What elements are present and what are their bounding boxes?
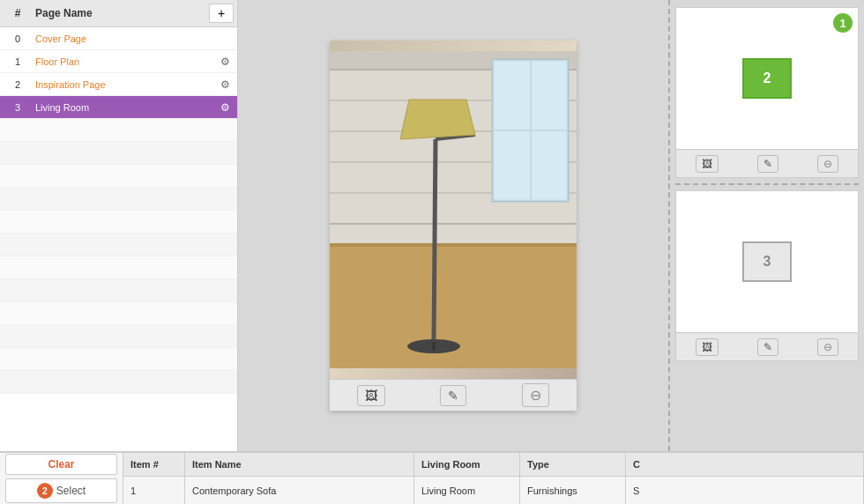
right-panel: 2 1 🖼 ✎ ⊖ 3 [670, 0, 864, 451]
col-type: Type Furnishings [520, 453, 626, 504]
page-row[interactable]: 2 Inspiration Page ⚙ [0, 73, 237, 96]
page-row[interactable]: 0 Cover Page [0, 27, 237, 50]
thumbnail-inner-2: 3 [676, 191, 858, 332]
image-icon: 🖼 [365, 389, 377, 403]
empty-row [0, 211, 237, 233]
col-item-name: Item Name Contemporary Sofa [185, 453, 414, 504]
svg-rect-14 [330, 243, 577, 247]
col-item-name-header: Item Name [185, 453, 413, 477]
page-num: 3 [0, 102, 35, 113]
col-extra-header: C [626, 453, 863, 477]
col-type-value: Furnishings [520, 477, 625, 504]
page-num: 1 [0, 56, 35, 67]
preview-image-button[interactable]: 🖼 [357, 385, 385, 406]
svg-marker-17 [400, 100, 475, 139]
svg-rect-7 [330, 223, 577, 225]
thumb-remove-button-1[interactable]: ⊖ [817, 155, 838, 173]
remove-icon: ⊖ [530, 388, 541, 403]
remove-icon: ⊖ [823, 158, 832, 170]
empty-row [0, 348, 237, 371]
thumb-label-green: 2 [742, 58, 793, 99]
empty-row [0, 371, 237, 394]
thumb-image-button-2[interactable]: 🖼 [696, 338, 719, 356]
add-page-button[interactable]: + [209, 4, 234, 23]
thumb-toolbar-1: 🖼 ✎ ⊖ [676, 149, 858, 177]
lamp-scene-svg [330, 41, 577, 379]
col-item-num-value: 1 [123, 477, 184, 504]
page-num: 2 [0, 79, 35, 90]
thumb-image-button-1[interactable]: 🖼 [696, 155, 719, 173]
empty-row [0, 188, 237, 211]
col-room: Living Room Living Room [414, 453, 520, 504]
page-name: Living Room [35, 102, 212, 113]
page-num: 0 [0, 33, 35, 44]
clear-button[interactable]: Clear [5, 454, 117, 475]
page-preview: 🖼 ✎ ⊖ [330, 41, 577, 411]
image-icon: 🖼 [702, 341, 712, 353]
main-container: # Page Name + 0 Cover Page 1 Floor Plan … [0, 0, 864, 504]
page-row-selected[interactable]: 3 Living Room ⚙ [0, 96, 237, 119]
edit-icon: ✎ [763, 341, 772, 353]
svg-rect-12 [493, 60, 568, 201]
bottom-cols: Item # 1 Item Name Contemporary Sofa Liv… [123, 453, 864, 504]
col-item-num-header: Item # [123, 453, 184, 477]
empty-row [0, 165, 237, 188]
empty-row [0, 279, 237, 302]
empty-row [0, 325, 237, 348]
svg-line-16 [434, 139, 436, 342]
col-room-header: Living Room [414, 453, 519, 477]
col-extra: C S [626, 453, 864, 504]
table-header: # Page Name + [0, 0, 237, 27]
col-name-header: Page Name [35, 7, 209, 19]
thumb-edit-button-2[interactable]: ✎ [757, 338, 778, 356]
empty-row [0, 119, 237, 142]
empty-row [0, 302, 237, 325]
page-name: Cover Page [35, 33, 237, 44]
gear-icon[interactable]: ⚙ [212, 101, 237, 114]
page-list: 0 Cover Page 1 Floor Plan ⚙ 2 Inspiratio… [0, 27, 237, 451]
gear-icon[interactable]: ⚙ [212, 78, 237, 91]
select-button[interactable]: 2Select [5, 478, 117, 503]
empty-row [0, 142, 237, 165]
col-extra-value: S [626, 477, 863, 504]
select-badge: 2 [37, 483, 53, 499]
edit-icon: ✎ [763, 158, 772, 170]
preview-remove-button[interactable]: ⊖ [522, 383, 549, 407]
page-name: Floor Plan [35, 56, 212, 67]
bottom-bar: Clear 2Select Item # 1 Item Name Contemp… [0, 451, 864, 504]
left-panel: # Page Name + 0 Cover Page 1 Floor Plan … [0, 0, 238, 451]
thumbnail-inner-1: 2 1 [676, 8, 858, 149]
thumbnail-card-2: 3 🖼 ✎ ⊖ [675, 190, 859, 361]
empty-row [0, 233, 237, 256]
preview-edit-button[interactable]: ✎ [440, 385, 466, 406]
top-area: # Page Name + 0 Cover Page 1 Floor Plan … [0, 0, 864, 451]
center-panel: 🖼 ✎ ⊖ [238, 0, 670, 451]
edit-icon: ✎ [448, 389, 458, 403]
image-icon: 🖼 [702, 158, 712, 170]
thumb-badge-1: 1 [833, 13, 853, 33]
dashed-divider [675, 183, 859, 185]
col-room-value: Living Room [414, 477, 519, 504]
col-num-header: # [0, 7, 35, 19]
col-item-num: Item # 1 [123, 453, 185, 504]
bottom-actions: Clear 2Select [0, 453, 123, 504]
page-row[interactable]: 1 Floor Plan ⚙ [0, 50, 237, 73]
thumbnail-card-1: 2 1 🖼 ✎ ⊖ [675, 7, 859, 178]
remove-icon: ⊖ [823, 341, 832, 353]
col-item-name-value: Contemporary Sofa [185, 477, 413, 504]
page-preview-image [330, 41, 577, 379]
page-name: Inspiration Page [35, 79, 212, 90]
col-type-header: Type [520, 453, 625, 477]
thumb-edit-button-1[interactable]: ✎ [757, 155, 778, 173]
preview-toolbar: 🖼 ✎ ⊖ [330, 379, 577, 411]
empty-row [0, 256, 237, 279]
gear-icon[interactable]: ⚙ [212, 56, 237, 68]
thumb-label-gray: 3 [742, 241, 793, 282]
thumb-remove-button-2[interactable]: ⊖ [817, 338, 838, 356]
thumb-toolbar-2: 🖼 ✎ ⊖ [676, 332, 858, 360]
